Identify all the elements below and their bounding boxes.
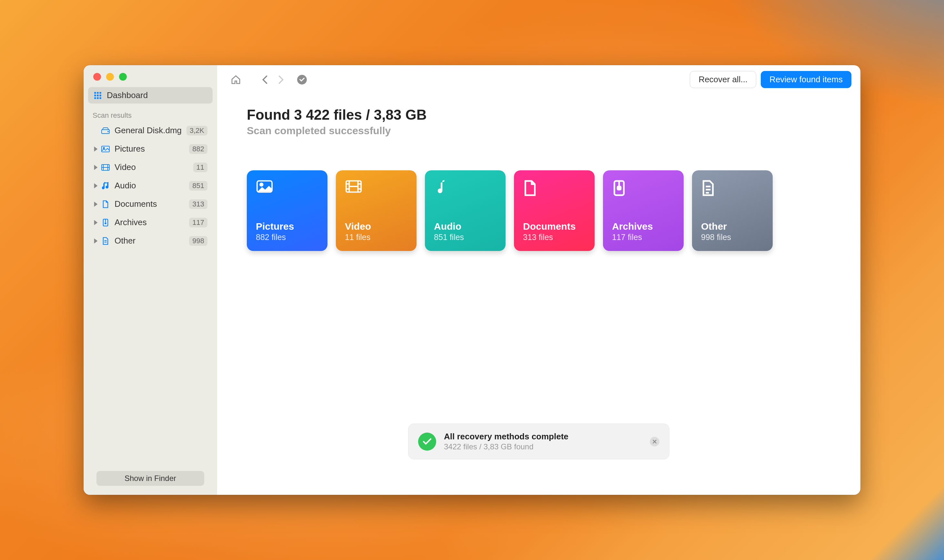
sidebar-item-label: Pictures bbox=[115, 144, 184, 154]
count-badge: 11 bbox=[193, 163, 208, 172]
toast-body: All recovery methods complete 3422 files… bbox=[444, 432, 642, 451]
card-subtitle: 313 files bbox=[523, 232, 586, 242]
category-card-other[interactable]: Other998 files bbox=[692, 170, 773, 251]
svg-point-19 bbox=[105, 223, 106, 224]
count-badge: 117 bbox=[189, 218, 208, 228]
card-subtitle: 851 files bbox=[434, 232, 497, 242]
card-subtitle: 882 files bbox=[256, 232, 318, 242]
sidebar-item-label: Documents bbox=[115, 199, 184, 209]
sidebar-list: General Disk.dmg 3,2K Pictures 882 bbox=[83, 122, 217, 249]
disclosure-icon[interactable] bbox=[93, 146, 98, 152]
card-subtitle: 998 files bbox=[701, 232, 764, 242]
sidebar-item-label: Archives bbox=[115, 217, 184, 228]
count-badge: 313 bbox=[189, 199, 208, 209]
count-badge: 998 bbox=[189, 236, 208, 246]
scan-complete-badge-icon bbox=[297, 75, 307, 85]
sidebar: Dashboard Scan results General Disk.dmg … bbox=[83, 65, 217, 495]
sidebar-item-dashboard[interactable]: Dashboard bbox=[88, 87, 213, 103]
sidebar-footer: Show in Finder bbox=[83, 471, 217, 495]
document-icon bbox=[101, 200, 110, 208]
card-title: Documents bbox=[523, 221, 586, 232]
sidebar-item-documents[interactable]: Documents 313 bbox=[88, 196, 213, 212]
card-title: Pictures bbox=[256, 221, 318, 232]
image-icon bbox=[256, 179, 273, 197]
dashboard-icon bbox=[93, 92, 102, 99]
category-card-archives[interactable]: Archives117 files bbox=[603, 170, 684, 251]
toast-subtitle: 3422 files / 3,83 GB found bbox=[444, 442, 642, 451]
sidebar-item-disk[interactable]: General Disk.dmg 3,2K bbox=[88, 122, 213, 139]
disk-icon bbox=[101, 127, 110, 134]
sidebar-item-audio[interactable]: Audio 851 bbox=[88, 177, 213, 194]
count-badge: 3,2K bbox=[186, 126, 208, 135]
minimize-window-button[interactable] bbox=[106, 73, 114, 81]
svg-rect-4 bbox=[97, 94, 98, 96]
svg-point-10 bbox=[108, 131, 108, 132]
toast-title: All recovery methods complete bbox=[444, 432, 642, 442]
audio-icon bbox=[434, 179, 451, 197]
sidebar-item-video[interactable]: Video 11 bbox=[88, 159, 213, 175]
sidebar-item-label: General Disk.dmg bbox=[115, 126, 182, 135]
page-subtitle: Scan completed successfully bbox=[247, 125, 831, 137]
category-card-documents[interactable]: Documents313 files bbox=[514, 170, 595, 251]
music-icon bbox=[101, 182, 110, 190]
svg-rect-2 bbox=[99, 92, 101, 94]
card-title: Other bbox=[701, 221, 764, 232]
svg-point-23 bbox=[260, 183, 263, 186]
disclosure-icon[interactable] bbox=[93, 238, 98, 243]
review-found-items-button[interactable]: Review found items bbox=[761, 71, 852, 88]
window-controls bbox=[83, 65, 217, 87]
sidebar-item-pictures[interactable]: Pictures 882 bbox=[88, 141, 213, 157]
svg-rect-3 bbox=[94, 94, 96, 96]
card-subtitle: 117 files bbox=[612, 232, 675, 242]
page-title: Found 3 422 files / 3,83 GB bbox=[247, 107, 831, 123]
status-toast: All recovery methods complete 3422 files… bbox=[408, 423, 669, 459]
card-subtitle: 11 files bbox=[345, 232, 407, 242]
sidebar-item-label: Video bbox=[115, 162, 189, 172]
svg-rect-8 bbox=[99, 97, 101, 99]
home-button[interactable] bbox=[230, 74, 241, 86]
image-icon bbox=[101, 145, 110, 153]
svg-rect-6 bbox=[94, 97, 96, 99]
video-icon bbox=[101, 163, 110, 171]
back-button[interactable] bbox=[259, 74, 271, 86]
forward-button[interactable] bbox=[275, 74, 287, 86]
disclosure-icon[interactable] bbox=[93, 165, 98, 170]
sidebar-item-other[interactable]: Other 998 bbox=[88, 232, 213, 249]
sidebar-item-label: Dashboard bbox=[107, 90, 208, 100]
category-cards: Pictures882 filesVideo11 filesAudio851 f… bbox=[247, 170, 831, 251]
content-area: Found 3 422 files / 3,83 GB Scan complet… bbox=[217, 94, 861, 251]
card-title: Archives bbox=[612, 221, 675, 232]
video-icon bbox=[345, 179, 362, 197]
app-window: Dashboard Scan results General Disk.dmg … bbox=[83, 65, 861, 495]
disclosure-icon[interactable] bbox=[93, 183, 98, 188]
card-title: Video bbox=[345, 221, 407, 232]
card-title: Audio bbox=[434, 221, 497, 232]
file-icon bbox=[101, 237, 110, 245]
archive-icon bbox=[612, 179, 629, 197]
svg-rect-5 bbox=[99, 94, 101, 96]
disclosure-icon[interactable] bbox=[93, 220, 98, 225]
category-card-video[interactable]: Video11 files bbox=[336, 170, 417, 251]
count-badge: 851 bbox=[189, 181, 208, 191]
main-panel: Recover all... Review found items Found … bbox=[217, 65, 861, 495]
sidebar-item-archives[interactable]: Archives 117 bbox=[88, 214, 213, 231]
close-window-button[interactable] bbox=[93, 73, 101, 81]
recover-all-button[interactable]: Recover all... bbox=[690, 71, 756, 88]
sidebar-section-label: Scan results bbox=[83, 103, 217, 122]
category-card-pictures[interactable]: Pictures882 files bbox=[247, 170, 327, 251]
other-icon bbox=[701, 179, 718, 197]
toast-close-button[interactable] bbox=[650, 437, 660, 446]
svg-rect-1 bbox=[97, 92, 98, 94]
svg-rect-7 bbox=[97, 97, 98, 99]
toolbar: Recover all... Review found items bbox=[217, 65, 861, 94]
svg-rect-34 bbox=[618, 186, 621, 190]
archive-icon bbox=[101, 219, 110, 226]
category-card-audio[interactable]: Audio851 files bbox=[425, 170, 506, 251]
document-icon bbox=[523, 179, 540, 197]
svg-rect-0 bbox=[94, 92, 96, 94]
maximize-window-button[interactable] bbox=[119, 73, 127, 81]
show-in-finder-button[interactable]: Show in Finder bbox=[97, 471, 204, 486]
disclosure-icon[interactable] bbox=[93, 202, 98, 207]
sidebar-item-label: Audio bbox=[115, 181, 184, 191]
count-badge: 882 bbox=[189, 144, 208, 154]
